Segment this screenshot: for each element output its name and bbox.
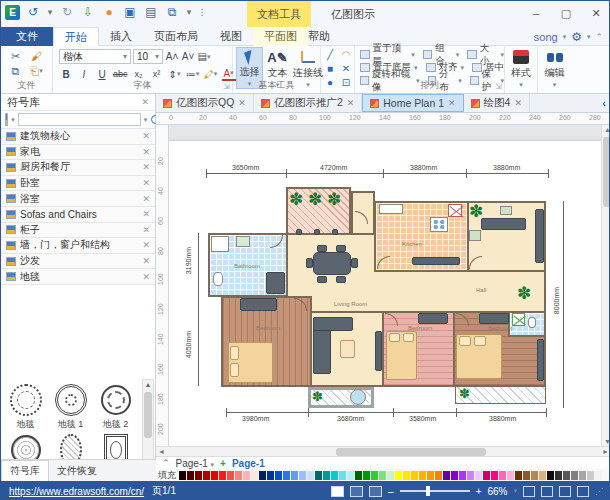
library-close-icon[interactable]: ✕ <box>142 162 150 172</box>
save-icon[interactable]: ▣ <box>122 4 138 20</box>
search-icon[interactable] <box>150 114 151 126</box>
dimension-label[interactable]: 3650mm <box>232 164 259 171</box>
text-style-icon[interactable]: ▤▾ <box>197 50 211 64</box>
wardrobe[interactable] <box>479 313 509 324</box>
import-icon[interactable]: ⇩ <box>80 4 96 20</box>
magnifier-icon[interactable] <box>559 486 571 497</box>
scroll-up-icon[interactable]: ▲ <box>604 126 610 133</box>
group-button[interactable]: 组合▾ <box>423 48 460 61</box>
dimension-label[interactable]: 4050mm <box>185 327 192 363</box>
toilet-2[interactable] <box>528 317 536 328</box>
zoom-out-button[interactable]: – <box>388 486 394 497</box>
library-close-icon[interactable]: ✕ <box>142 147 150 157</box>
library-item[interactable]: 卧室✕ <box>1 176 155 192</box>
carpet-symbol[interactable]: 地毯 2 <box>93 381 138 431</box>
dining-table[interactable] <box>313 252 351 275</box>
dimension-label[interactable]: 8000mm <box>553 281 560 321</box>
doc-tab-Home Plan 1[interactable]: Home Plan 1✕ <box>362 94 463 112</box>
room-label-living[interactable]: Living Room <box>334 301 367 307</box>
coffee-table[interactable] <box>340 340 355 358</box>
shrink-font-icon[interactable]: A˅ <box>181 50 195 64</box>
fill-swatch[interactable] <box>331 471 338 480</box>
room-label-bedroom-2[interactable]: Bedroom <box>408 325 432 331</box>
library-close-icon[interactable]: ✕ <box>142 272 150 282</box>
zoom-slider[interactable] <box>400 490 470 492</box>
fill-swatch[interactable] <box>587 471 594 480</box>
fill-swatch[interactable] <box>283 471 290 480</box>
arrange-dialog-launcher-icon[interactable]: ⇲ <box>495 82 502 91</box>
drawing-canvas[interactable]: 20406080100120140160180200 ✽ ✽ ✽ ✽ ✽ <box>156 125 610 446</box>
resize-grip[interactable]: ⋰ <box>595 487 603 496</box>
bathroom-cabinet[interactable] <box>266 272 285 294</box>
library-close-icon[interactable]: ✕ <box>142 178 150 188</box>
library-item[interactable]: 家电✕ <box>1 145 155 161</box>
search-dropdown-icon[interactable]: ▾ <box>144 116 148 124</box>
grow-font-icon[interactable]: A˄ <box>165 50 179 64</box>
dimension-label[interactable]: 3580mm <box>409 415 436 422</box>
menu-tab-视图[interactable]: 视图 <box>209 27 253 46</box>
fill-swatch[interactable] <box>235 471 242 480</box>
fill-swatch[interactable] <box>451 471 458 480</box>
fill-swatch[interactable] <box>363 471 370 480</box>
vertical-scroll-thumb[interactable] <box>603 137 610 207</box>
close-button[interactable]: ✕ <box>581 1 610 25</box>
dining-chair[interactable] <box>317 276 327 283</box>
dimension-label[interactable]: 3680mm <box>337 415 364 422</box>
desk-chair[interactable] <box>469 230 481 241</box>
zoom-dropdown-icon[interactable]: ▾ <box>513 487 517 495</box>
undo-icon[interactable]: ↺ <box>25 4 41 20</box>
page-tab-active[interactable]: Page-1 <box>232 458 265 469</box>
library-selector-dropdown-icon[interactable]: ▾ <box>11 116 15 124</box>
dining-chair[interactable] <box>306 258 313 268</box>
dimension-label[interactable]: 3880mm <box>489 415 516 422</box>
library-item[interactable]: 浴室✕ <box>1 191 155 207</box>
desk[interactable] <box>481 218 526 230</box>
symbol-search-input[interactable] <box>18 113 141 126</box>
dining-chair[interactable] <box>336 276 346 283</box>
style-button[interactable]: 样式▾ <box>508 47 535 89</box>
fill-swatch[interactable] <box>387 471 394 480</box>
page-selector[interactable]: Page-1 ▾ <box>176 458 215 469</box>
normal-view-icon[interactable] <box>331 486 344 497</box>
scroll-up-icon[interactable]: ▲ <box>143 380 153 390</box>
fit-page-icon[interactable] <box>523 486 535 497</box>
tab-scroll-left-icon[interactable]: ‹ <box>597 94 610 112</box>
settings-gear-icon[interactable]: ⚙ <box>571 30 582 44</box>
scroll-right-icon[interactable]: ► <box>602 448 609 455</box>
zoom-slider-thumb[interactable] <box>426 486 430 496</box>
zoom-in-button[interactable]: + <box>476 486 482 497</box>
kitchen-sink[interactable] <box>379 204 403 214</box>
fill-swatch[interactable] <box>267 471 274 480</box>
gallery-scroll-thumb[interactable] <box>144 392 152 438</box>
dimension-label[interactable]: 4720mm <box>320 164 347 171</box>
clipboard-icon[interactable]: ⎗▾ <box>29 64 44 78</box>
shower-2[interactable] <box>512 313 525 326</box>
plant-icon[interactable]: ✽ <box>327 191 341 208</box>
fill-swatch[interactable] <box>491 471 498 480</box>
library-item[interactable]: 厨房和餐厅✕ <box>1 160 155 176</box>
carpet-symbol[interactable]: 地毯 <box>3 381 48 431</box>
room-label-kitchen[interactable]: Kitchen <box>402 241 422 247</box>
format-painter-icon[interactable]: 🖌 <box>29 49 44 63</box>
library-close-icon[interactable]: ✕ <box>142 194 150 204</box>
arc-tool-icon[interactable]: ◠ <box>339 48 353 61</box>
menu-tab-开始[interactable]: 开始 <box>53 27 99 46</box>
fill-swatch[interactable] <box>307 471 314 480</box>
minimize-button[interactable]: – <box>521 1 551 25</box>
add-page-button[interactable]: + <box>220 458 226 469</box>
maximize-button[interactable]: ▢ <box>551 1 581 25</box>
fill-swatch[interactable] <box>467 471 474 480</box>
library-item[interactable]: 建筑物核心✕ <box>1 129 155 145</box>
fill-swatch[interactable] <box>291 471 298 480</box>
edrawsoft-link[interactable]: https://www.edrawsoft.com/cn/ <box>9 486 144 497</box>
collapse-pages-icon[interactable]: ⌃ <box>162 458 170 468</box>
font-dialog-launcher-icon[interactable]: ⇲ <box>223 82 230 91</box>
undo-dropdown-icon[interactable]: ▾ <box>46 4 54 20</box>
fill-swatch[interactable] <box>275 471 282 480</box>
edit-button[interactable]: 编辑▾ <box>541 47 568 89</box>
menu-tab-插入[interactable]: 插入 <box>99 27 143 46</box>
fill-swatch[interactable] <box>355 471 362 480</box>
size-button[interactable]: 大小▾ <box>467 48 504 61</box>
dining-chair[interactable] <box>317 245 327 252</box>
tv-cabinet[interactable] <box>375 331 382 371</box>
